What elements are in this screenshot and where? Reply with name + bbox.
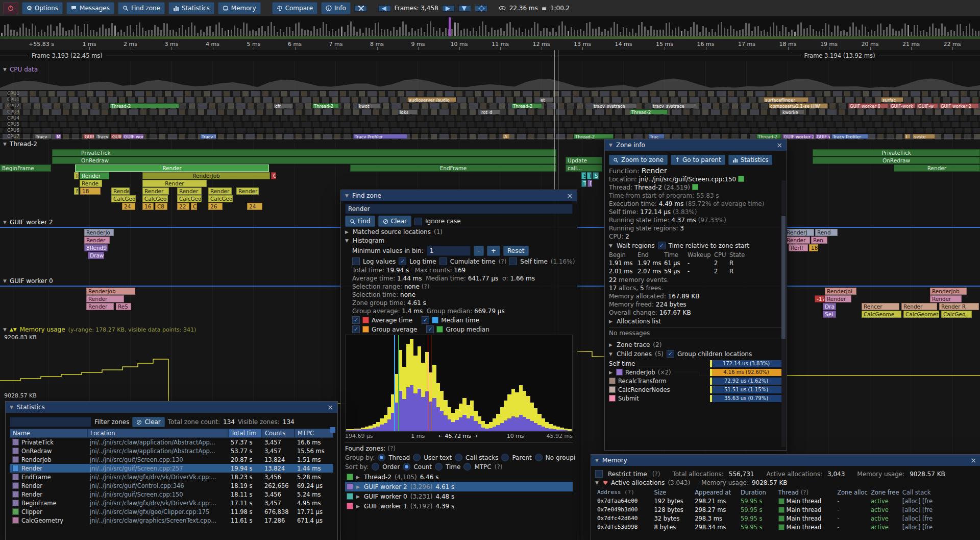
expander-icon[interactable]: ▼ (609, 243, 614, 248)
frame-bar[interactable] (197, 33, 199, 36)
frame-bar[interactable] (684, 29, 685, 36)
timeline-zone[interactable]: Rend (815, 229, 838, 236)
timeline-zone[interactable]: Sel (823, 311, 836, 318)
expander-icon[interactable]: ▶ (356, 504, 361, 509)
frame-bar[interactable] (546, 28, 548, 36)
frame-bar[interactable] (222, 28, 223, 36)
frame-bar[interactable] (898, 31, 900, 36)
frame-bar[interactable] (770, 27, 771, 36)
stats-col-total-tim[interactable]: Total tim (228, 429, 262, 438)
hist-bar[interactable] (346, 335, 350, 431)
timeline-zone[interactable]: Su (593, 172, 599, 179)
frame-bar[interactable] (231, 30, 232, 36)
log-time-checkbox[interactable]: ✓ (399, 257, 406, 265)
stats-table-row[interactable]: Renderjni/../jni/src/guif/Control.cpp:34… (10, 481, 333, 490)
user-text-radio[interactable] (413, 454, 421, 461)
frame-bar[interactable] (166, 24, 168, 36)
frame-bar[interactable] (59, 23, 61, 36)
frame-bar[interactable] (488, 32, 489, 36)
frame-bar[interactable] (929, 27, 930, 36)
frame-bar[interactable] (705, 28, 707, 36)
timeline-zone[interactable]: RenderJo (84, 229, 114, 236)
child-zone-row[interactable]: ▶RenderJob(×2)4.16 ms (92.60%) (609, 368, 782, 377)
frame-bar[interactable] (457, 23, 459, 36)
frame-bar[interactable] (843, 30, 845, 36)
frame-bar[interactable] (641, 22, 643, 36)
frame-bar[interactable] (179, 28, 180, 36)
timeline-zone[interactable]: Rerff (789, 244, 808, 251)
frame-bar[interactable] (68, 30, 70, 36)
frame-bar[interactable] (378, 22, 379, 36)
frame-bar[interactable] (7, 24, 9, 36)
hist-bar[interactable] (361, 335, 364, 431)
hist-bar[interactable] (542, 335, 545, 431)
frame-bar[interactable] (849, 27, 851, 36)
messages-button[interactable]: Messages (66, 2, 114, 14)
mem-col-appeared-at[interactable]: Appeared at (693, 489, 739, 496)
cpu-zone[interactable]: composer@2.1-se (HW (769, 103, 828, 108)
frame-bar[interactable] (427, 24, 428, 36)
frame-bar[interactable] (176, 32, 177, 36)
frame-bar[interactable] (767, 32, 768, 36)
legend-checkbox[interactable]: ✓ (352, 325, 360, 333)
frame-bar[interactable] (451, 29, 453, 36)
frame-span-b[interactable]: Frame 3,194 (13.92 ms) (557, 50, 980, 61)
mem-col-size[interactable]: Size (652, 489, 693, 496)
timeline-zone[interactable]: F (74, 187, 79, 195)
cpu-zone[interactable]: A (503, 134, 510, 139)
timeline-zone[interactable]: Rende (80, 180, 102, 187)
cpu-zone[interactable]: Thread-2 (574, 134, 614, 139)
frame-bar[interactable] (865, 27, 866, 36)
worker0-header[interactable]: ▼ GUIF worker 0 (3, 277, 53, 285)
power-button[interactable] (3, 2, 18, 14)
hist-bar[interactable] (515, 335, 519, 431)
cpu-zone[interactable]: GUIF worl (122, 134, 144, 139)
hist-bar[interactable] (485, 335, 488, 431)
timeline-zone[interactable]: Render (825, 295, 851, 302)
frame-bar[interactable] (791, 30, 793, 36)
frame-bar[interactable] (108, 28, 110, 36)
frames-row[interactable]: Frame 3,193 (22.45 ms) Frame 3,194 (13.9… (0, 50, 980, 62)
count-radio[interactable] (403, 463, 410, 471)
frame-bar[interactable] (298, 22, 300, 36)
frame-bar[interactable] (650, 26, 652, 36)
frame-bar[interactable] (944, 27, 946, 36)
frame-bar[interactable] (84, 24, 85, 36)
expander-icon[interactable]: ▼ (345, 238, 350, 243)
timeline-zone[interactable]: D (587, 180, 592, 187)
frame-bar[interactable] (764, 30, 765, 36)
memory-button[interactable]: Memory (218, 2, 261, 14)
hist-bar[interactable] (387, 335, 391, 431)
hist-bar[interactable] (478, 335, 481, 431)
cpu-zone[interactable]: Thread-2 (630, 109, 668, 114)
close-icon[interactable]: × (970, 457, 976, 464)
mem-col-address[interactable]: Address (?) (595, 489, 652, 496)
hist-bar[interactable] (365, 335, 369, 431)
hist-bar[interactable] (436, 335, 440, 431)
frame-bar[interactable] (148, 30, 150, 36)
mem-col-zone-alloc[interactable]: Zone alloc (835, 489, 869, 496)
zone-info-titlebar[interactable]: ▼ Zone info × (605, 139, 787, 151)
frame-bar[interactable] (414, 31, 416, 36)
frame-bar[interactable] (975, 31, 976, 36)
frame-bar[interactable] (571, 27, 572, 36)
hist-bar[interactable] (451, 335, 455, 431)
cpu-zone[interactable]: Tracy Profiler (353, 134, 407, 139)
cpu-zone[interactable]: kwot (357, 103, 381, 108)
frame-bar[interactable] (742, 29, 744, 36)
timeline-zone[interactable]: Render (785, 237, 810, 244)
timeline-zone[interactable]: Render (86, 303, 114, 310)
thread-radio[interactable] (378, 454, 385, 461)
cpu-zone[interactable]: GUIF w (815, 134, 830, 139)
hist-bar[interactable] (496, 335, 500, 431)
hist-bar[interactable] (489, 335, 493, 431)
expander-icon[interactable]: ▶ (356, 475, 361, 480)
hist-bar[interactable] (467, 335, 470, 431)
frame-bar[interactable] (304, 30, 306, 36)
hist-bar[interactable] (534, 335, 537, 431)
frame-bar[interactable] (911, 32, 912, 36)
frame-bar[interactable] (313, 26, 315, 36)
hist-bar[interactable] (350, 335, 353, 431)
timeline-zone[interactable]: Render (901, 303, 937, 310)
found-zone-row[interactable]: ▶GUIF worker 2(3,296)4.61 s (345, 482, 573, 491)
